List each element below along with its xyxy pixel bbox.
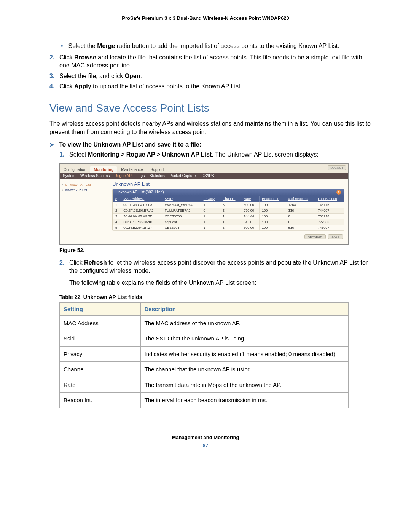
help-icon[interactable]: ?	[336, 190, 341, 195]
subnav-rogue-ap[interactable]: Rogue AP	[114, 174, 132, 178]
section-heading: View and Save Access Point Lists	[49, 102, 373, 114]
field-setting: Ssid	[60, 331, 141, 347]
ap-col-header[interactable]: #	[113, 196, 121, 202]
save-button[interactable]: SAVE	[328, 234, 343, 239]
intro-paragraph: The wireless access point detects nearby…	[49, 120, 373, 136]
panel-title: Unknown AP List	[112, 181, 344, 187]
th-description: Description	[140, 302, 348, 315]
task-step-1: 1. Select Monitoring > Rogue AP > Unknow…	[59, 150, 373, 159]
table-cell: 8	[286, 219, 315, 225]
table-caption: Table 22. Unknown AP List fields	[59, 294, 373, 300]
footer-section: Management and Monitoring	[38, 435, 373, 440]
step-text: Click Refresh to let the wireless access…	[69, 259, 373, 275]
tab-monitoring[interactable]: Monitoring	[90, 166, 117, 173]
table-cell: 745097	[315, 225, 344, 230]
ap-col-header[interactable]: SSID	[162, 196, 201, 202]
footer-page: 87	[38, 443, 373, 448]
ap-col-header[interactable]: Channel	[220, 196, 241, 202]
ap-col-header[interactable]: # of Beacons	[286, 196, 315, 202]
subnav-logs[interactable]: Logs	[135, 174, 145, 178]
doc-title: ProSafe Premium 3 x 3 Dual-Band Wireless…	[38, 15, 373, 21]
table-cell: 4	[113, 219, 121, 225]
document-page: ProSafe Premium 3 x 3 Dual-Band Wireless…	[0, 0, 411, 460]
ap-col-header[interactable]: Privacy	[201, 196, 220, 202]
table-row[interactable]: 2C0:3F:0E:B0:B7:A2FULLRATEB7A203270.0010…	[113, 208, 344, 213]
table-cell: 3	[113, 213, 121, 219]
task-step-2: 2. Click Refresh to let the wireless acc…	[59, 259, 373, 275]
step-4: 4. Click Apply to upload the list of acc…	[49, 82, 373, 91]
subnav-system[interactable]: System	[62, 174, 76, 178]
ap-col-header[interactable]: MAC Address	[121, 196, 162, 202]
main-panel: Unknown AP List Unknown AP List (802.11n…	[108, 179, 348, 244]
field-setting: Privacy	[60, 346, 141, 362]
table-cell: 0	[201, 208, 220, 213]
table-cell: 1	[113, 202, 121, 208]
step-text: Click Apply to upload the list of access…	[59, 82, 242, 91]
table-row[interactable]: 100:1F:33:C4:F7:F8EVA2000_WEP6413300.001…	[113, 202, 344, 208]
table-cell: ngguest	[162, 219, 201, 225]
table-cell: 100	[260, 208, 286, 213]
sidebar-item-known-ap[interactable]: Known AP List	[62, 187, 106, 193]
step-number: 2.	[49, 53, 59, 70]
table-cell: FULLRATEB7A2	[162, 208, 201, 213]
table-cell: 2	[113, 208, 121, 213]
table-cell: 730218	[315, 213, 344, 219]
tab-support[interactable]: Support	[147, 166, 167, 173]
step-number: 3.	[49, 72, 59, 80]
figure-caption: Figure 52.	[59, 247, 373, 253]
ap-col-header[interactable]: Last Beacon	[315, 196, 344, 202]
table-cell: 8	[286, 213, 315, 219]
figure-screenshot: Configuration Monitoring Maintenance Sup…	[59, 163, 373, 245]
table-cell: 100	[260, 213, 286, 219]
table-cell: CES3703	[162, 225, 201, 230]
task-heading: ➤ To view the Unknown AP List and save i…	[49, 141, 373, 148]
table-cell: 00:24:B2:5A:1F:27	[121, 225, 162, 230]
table-row[interactable]: 500:24:B2:5A:1F:27CES370313300.001005367…	[113, 225, 344, 230]
subnav-ids-ips[interactable]: IDS/IPS	[200, 174, 215, 178]
table-row: MAC AddressThe MAC address of the unknow…	[60, 315, 349, 331]
table-row[interactable]: 4C0:3F:0E:85:C5:01ngguest1154.0010087279…	[113, 219, 344, 225]
table-row: ChannelThe channel that the unknown AP i…	[60, 362, 349, 377]
table-cell: 3	[220, 202, 241, 208]
th-setting: Setting	[60, 302, 141, 315]
logout-button[interactable]: LOGOUT	[328, 165, 346, 170]
field-description: The interval for each beacon transmissio…	[140, 393, 348, 408]
ap-col-header[interactable]: Beacon Int.	[260, 196, 286, 202]
table-cell: 727936	[315, 219, 344, 225]
step-number: 1.	[59, 150, 69, 159]
bullet-icon: •	[61, 42, 63, 50]
tab-maintenance[interactable]: Maintenance	[117, 166, 147, 173]
table-cell: 1	[201, 202, 220, 208]
field-description: Indicates whether security is enabled (1…	[140, 346, 348, 362]
table-cell: 336	[286, 208, 315, 213]
group-header: Unknown AP List (802.11ng) ?	[113, 189, 344, 196]
table-cell: 3	[220, 208, 241, 213]
table-cell: 144.44	[241, 213, 260, 219]
table-row[interactable]: 330:46:9A:85:A9:3EXCES370011144.44100873…	[113, 213, 344, 219]
subnav-wireless[interactable]: Wireless Stations	[80, 174, 110, 178]
panel-footer: REFRESH SAVE	[112, 231, 344, 241]
subnav-packet-capture[interactable]: Packet Capture	[169, 174, 196, 178]
sidebar-item-unknown-ap[interactable]: Unknown AP List	[62, 182, 106, 187]
table-cell: 1	[220, 219, 241, 225]
field-setting: Rate	[60, 377, 141, 393]
table-cell: 5	[113, 225, 121, 230]
table-row: Beacon Int.The interval for each beacon …	[60, 393, 349, 408]
ap-col-header[interactable]: Rate	[241, 196, 260, 202]
field-description: The channel that the unknown AP is using…	[140, 362, 348, 377]
table-cell: 270.00	[241, 208, 260, 213]
step-text: Click Browse and locate the file that co…	[59, 53, 373, 70]
subnav: System| Wireless Stations| Rogue AP| Log…	[60, 173, 348, 179]
table-cell: XCES3700	[162, 213, 201, 219]
refresh-button[interactable]: REFRESH	[304, 234, 326, 239]
field-description: The SSID that the unknown AP is using.	[140, 331, 348, 347]
step-2: 2. Click Browse and locate the file that…	[49, 53, 373, 70]
table-cell: 1	[201, 213, 220, 219]
tab-configuration[interactable]: Configuration	[60, 166, 90, 173]
table-cell: 1	[201, 225, 220, 230]
table-cell: 54.00	[241, 219, 260, 225]
subnav-statistics[interactable]: Statistics	[149, 174, 166, 178]
table-cell: 100	[260, 219, 286, 225]
table-row: PrivacyIndicates whether security is ena…	[60, 346, 349, 362]
bullet-text: Select the Merge radio button to add the…	[68, 42, 339, 50]
